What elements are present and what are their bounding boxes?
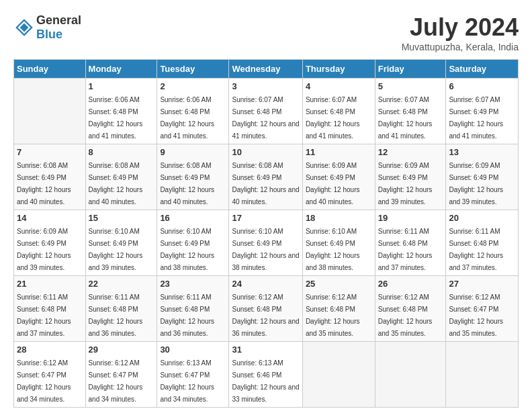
day-number: 10 — [232, 147, 299, 157]
day-number: 24 — [232, 279, 299, 289]
calendar-cell: 4 Sunrise: 6:07 AMSunset: 6:48 PMDayligh… — [302, 79, 375, 144]
weekday-header: Wednesday — [229, 60, 302, 79]
day-number: 27 — [449, 279, 515, 289]
calendar-cell — [302, 342, 375, 408]
day-number: 12 — [378, 147, 443, 157]
calendar-cell: 31 Sunrise: 6:13 AMSunset: 6:46 PMDaylig… — [229, 342, 302, 408]
calendar-table: SundayMondayTuesdayWednesdayThursdayFrid… — [13, 59, 519, 408]
calendar-cell: 24 Sunrise: 6:12 AMSunset: 6:48 PMDaylig… — [229, 276, 302, 342]
day-number: 8 — [89, 147, 154, 157]
day-info: Sunrise: 6:06 AMSunset: 6:48 PMDaylight:… — [160, 96, 214, 140]
day-number: 3 — [232, 81, 299, 91]
day-info: Sunrise: 6:13 AMSunset: 6:46 PMDaylight:… — [232, 359, 299, 403]
day-number: 5 — [378, 81, 443, 91]
page-header: General Blue July 2024 Muvattupuzha, Ker… — [13, 13, 519, 52]
day-number: 17 — [232, 213, 299, 223]
day-number: 21 — [17, 279, 83, 289]
calendar-cell: 15 Sunrise: 6:10 AMSunset: 6:49 PMDaylig… — [85, 210, 157, 276]
day-number: 9 — [160, 147, 226, 157]
logo-icon — [13, 17, 35, 38]
calendar-cell: 26 Sunrise: 6:12 AMSunset: 6:48 PMDaylig… — [375, 276, 446, 342]
day-info: Sunrise: 6:08 AMSunset: 6:49 PMDaylight:… — [17, 162, 71, 205]
calendar-cell: 10 Sunrise: 6:08 AMSunset: 6:49 PMDaylig… — [229, 144, 302, 210]
calendar-cell: 28 Sunrise: 6:12 AMSunset: 6:47 PMDaylig… — [14, 342, 86, 408]
calendar-week-row: 28 Sunrise: 6:12 AMSunset: 6:47 PMDaylig… — [14, 342, 519, 408]
day-number: 19 — [378, 213, 443, 223]
day-info: Sunrise: 6:08 AMSunset: 6:49 PMDaylight:… — [160, 162, 214, 205]
calendar-cell: 27 Sunrise: 6:12 AMSunset: 6:47 PMDaylig… — [446, 276, 519, 342]
day-number: 14 — [17, 213, 83, 223]
day-number: 16 — [160, 213, 226, 223]
calendar-cell: 2 Sunrise: 6:06 AMSunset: 6:48 PMDayligh… — [157, 79, 229, 144]
calendar-cell: 22 Sunrise: 6:11 AMSunset: 6:48 PMDaylig… — [85, 276, 157, 342]
calendar-cell: 30 Sunrise: 6:13 AMSunset: 6:47 PMDaylig… — [157, 342, 229, 408]
calendar-cell: 17 Sunrise: 6:10 AMSunset: 6:49 PMDaylig… — [229, 210, 302, 276]
calendar-cell: 5 Sunrise: 6:07 AMSunset: 6:48 PMDayligh… — [375, 79, 446, 144]
day-number: 7 — [17, 147, 83, 157]
logo: General Blue — [13, 13, 81, 42]
day-number: 31 — [232, 345, 299, 355]
calendar-cell: 12 Sunrise: 6:09 AMSunset: 6:49 PMDaylig… — [375, 144, 446, 210]
day-info: Sunrise: 6:07 AMSunset: 6:48 PMDaylight:… — [232, 96, 299, 140]
day-info: Sunrise: 6:09 AMSunset: 6:49 PMDaylight:… — [17, 228, 71, 271]
day-info: Sunrise: 6:13 AMSunset: 6:47 PMDaylight:… — [160, 359, 214, 403]
day-number: 1 — [89, 81, 154, 91]
calendar-cell: 8 Sunrise: 6:08 AMSunset: 6:49 PMDayligh… — [85, 144, 157, 210]
day-number: 11 — [306, 147, 372, 157]
day-info: Sunrise: 6:12 AMSunset: 6:48 PMDaylight:… — [378, 293, 433, 337]
weekday-header: Sunday — [14, 60, 86, 79]
day-info: Sunrise: 6:07 AMSunset: 6:49 PMDaylight:… — [449, 96, 503, 140]
calendar-cell: 13 Sunrise: 6:09 AMSunset: 6:49 PMDaylig… — [446, 144, 519, 210]
calendar-cell — [375, 342, 446, 408]
day-info: Sunrise: 6:09 AMSunset: 6:49 PMDaylight:… — [306, 162, 360, 205]
day-number: 26 — [378, 279, 443, 289]
calendar-cell — [14, 79, 86, 144]
calendar-week-row: 7 Sunrise: 6:08 AMSunset: 6:49 PMDayligh… — [14, 144, 519, 210]
day-info: Sunrise: 6:09 AMSunset: 6:49 PMDaylight:… — [449, 162, 503, 205]
day-info: Sunrise: 6:10 AMSunset: 6:49 PMDaylight:… — [160, 228, 214, 271]
month-title: July 2024 — [402, 13, 519, 42]
weekday-header: Saturday — [446, 60, 519, 79]
day-number: 22 — [89, 279, 154, 289]
day-info: Sunrise: 6:12 AMSunset: 6:47 PMDaylight:… — [89, 359, 143, 403]
calendar-cell: 7 Sunrise: 6:08 AMSunset: 6:49 PMDayligh… — [14, 144, 86, 210]
day-number: 6 — [449, 81, 515, 91]
day-info: Sunrise: 6:12 AMSunset: 6:47 PMDaylight:… — [17, 359, 71, 403]
calendar-cell — [446, 342, 519, 408]
day-number: 4 — [306, 81, 372, 91]
day-info: Sunrise: 6:07 AMSunset: 6:48 PMDaylight:… — [378, 96, 433, 140]
day-info: Sunrise: 6:11 AMSunset: 6:48 PMDaylight:… — [160, 293, 214, 337]
day-number: 28 — [17, 345, 83, 355]
calendar-cell: 6 Sunrise: 6:07 AMSunset: 6:49 PMDayligh… — [446, 79, 519, 144]
calendar-cell: 19 Sunrise: 6:11 AMSunset: 6:48 PMDaylig… — [375, 210, 446, 276]
calendar-cell: 20 Sunrise: 6:11 AMSunset: 6:48 PMDaylig… — [446, 210, 519, 276]
calendar-cell: 9 Sunrise: 6:08 AMSunset: 6:49 PMDayligh… — [157, 144, 229, 210]
logo-general: General — [36, 13, 81, 27]
day-info: Sunrise: 6:08 AMSunset: 6:49 PMDaylight:… — [89, 162, 143, 205]
calendar-cell: 18 Sunrise: 6:10 AMSunset: 6:49 PMDaylig… — [302, 210, 375, 276]
calendar-cell: 29 Sunrise: 6:12 AMSunset: 6:47 PMDaylig… — [85, 342, 157, 408]
calendar-cell: 23 Sunrise: 6:11 AMSunset: 6:48 PMDaylig… — [157, 276, 229, 342]
title-block: July 2024 Muvattupuzha, Kerala, India — [402, 13, 519, 52]
calendar-cell: 1 Sunrise: 6:06 AMSunset: 6:48 PMDayligh… — [85, 79, 157, 144]
day-info: Sunrise: 6:12 AMSunset: 6:47 PMDaylight:… — [449, 293, 503, 337]
day-info: Sunrise: 6:08 AMSunset: 6:49 PMDaylight:… — [232, 162, 299, 205]
day-info: Sunrise: 6:12 AMSunset: 6:48 PMDaylight:… — [306, 293, 360, 337]
day-info: Sunrise: 6:07 AMSunset: 6:48 PMDaylight:… — [306, 96, 360, 140]
logo-text: General Blue — [36, 13, 81, 42]
day-info: Sunrise: 6:06 AMSunset: 6:48 PMDaylight:… — [89, 96, 143, 140]
day-number: 20 — [449, 213, 515, 223]
calendar-cell: 3 Sunrise: 6:07 AMSunset: 6:48 PMDayligh… — [229, 79, 302, 144]
logo-blue: Blue — [36, 28, 62, 41]
calendar-cell: 21 Sunrise: 6:11 AMSunset: 6:48 PMDaylig… — [14, 276, 86, 342]
calendar-week-row: 1 Sunrise: 6:06 AMSunset: 6:48 PMDayligh… — [14, 79, 519, 144]
weekday-header: Monday — [85, 60, 157, 79]
day-number: 30 — [160, 345, 226, 355]
day-number: 15 — [89, 213, 154, 223]
day-info: Sunrise: 6:10 AMSunset: 6:49 PMDaylight:… — [89, 228, 143, 271]
calendar-week-row: 21 Sunrise: 6:11 AMSunset: 6:48 PMDaylig… — [14, 276, 519, 342]
weekday-header: Thursday — [302, 60, 375, 79]
day-number: 23 — [160, 279, 226, 289]
day-info: Sunrise: 6:10 AMSunset: 6:49 PMDaylight:… — [306, 228, 360, 271]
day-number: 13 — [449, 147, 515, 157]
